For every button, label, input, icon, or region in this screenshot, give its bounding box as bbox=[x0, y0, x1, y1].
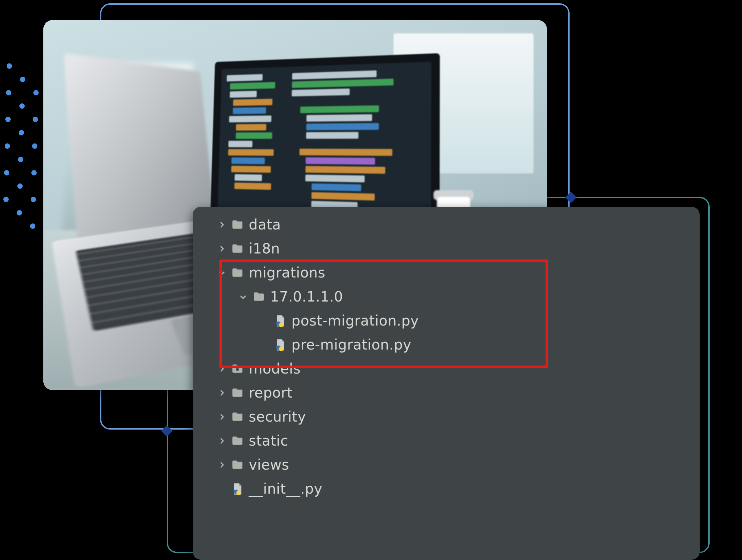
file-tree-panel: data i18n migrations 17.0.1.1.0 post-mig… bbox=[193, 207, 700, 560]
svg-point-1 bbox=[279, 322, 283, 327]
tree-item-label: views bbox=[249, 458, 289, 472]
folder-icon bbox=[231, 386, 244, 400]
chevron-right-icon bbox=[217, 413, 226, 421]
tree-item-folder[interactable]: 17.0.1.1.0 bbox=[193, 285, 700, 309]
tree-item-label: __init__.py bbox=[249, 482, 322, 496]
chevron-right-icon bbox=[217, 220, 226, 229]
chevron-down-icon bbox=[217, 268, 226, 277]
tree-item-label: report bbox=[249, 386, 293, 400]
tree-item-label: data bbox=[249, 218, 281, 232]
tree-item-label: pre-migration.py bbox=[292, 338, 412, 352]
folder-icon bbox=[252, 290, 265, 304]
tree-item-label: i18n bbox=[249, 242, 280, 256]
chevron-right-icon bbox=[217, 461, 226, 469]
tree-item-label: static bbox=[249, 434, 288, 448]
tree-item-file[interactable]: pre-migration.py bbox=[193, 333, 700, 357]
tree-item-folder[interactable]: models bbox=[193, 357, 700, 381]
folder-icon bbox=[231, 458, 244, 472]
tree-item-folder[interactable]: i18n bbox=[193, 237, 700, 261]
python-file-icon bbox=[273, 338, 287, 352]
tree-item-file[interactable]: post-migration.py bbox=[193, 309, 700, 333]
tree-item-label: models bbox=[249, 362, 301, 376]
folder-icon bbox=[231, 218, 244, 232]
svg-point-6 bbox=[236, 491, 241, 495]
svg-point-3 bbox=[279, 347, 283, 351]
folder-icon bbox=[231, 410, 244, 423]
tree-item-folder[interactable]: views bbox=[193, 453, 700, 477]
tree-item-folder[interactable]: data bbox=[193, 213, 700, 237]
python-file-icon bbox=[231, 482, 244, 496]
folder-icon bbox=[231, 434, 244, 448]
tree-item-folder[interactable]: static bbox=[193, 429, 700, 453]
chevron-right-icon bbox=[217, 437, 226, 445]
tree-item-label: 17.0.1.1.0 bbox=[270, 290, 343, 304]
tree-item-folder[interactable]: migrations bbox=[193, 261, 700, 285]
svg-point-4 bbox=[236, 368, 239, 371]
tree-item-folder[interactable]: security bbox=[193, 405, 700, 429]
folder-icon bbox=[231, 266, 244, 279]
folder-dot-icon bbox=[231, 362, 244, 375]
chevron-right-icon bbox=[217, 389, 226, 397]
tree-item-label: migrations bbox=[249, 266, 325, 280]
folder-icon bbox=[231, 242, 244, 255]
python-file-icon bbox=[273, 314, 287, 327]
chevron-right-icon bbox=[217, 245, 226, 253]
chevron-down-icon bbox=[239, 293, 248, 301]
tree-item-folder[interactable]: report bbox=[193, 381, 700, 405]
tree-item-label: security bbox=[249, 410, 306, 424]
tree-item-label: post-migration.py bbox=[292, 314, 419, 328]
tree-item-file[interactable]: __init__.py bbox=[193, 477, 700, 501]
chevron-right-icon bbox=[217, 364, 226, 373]
